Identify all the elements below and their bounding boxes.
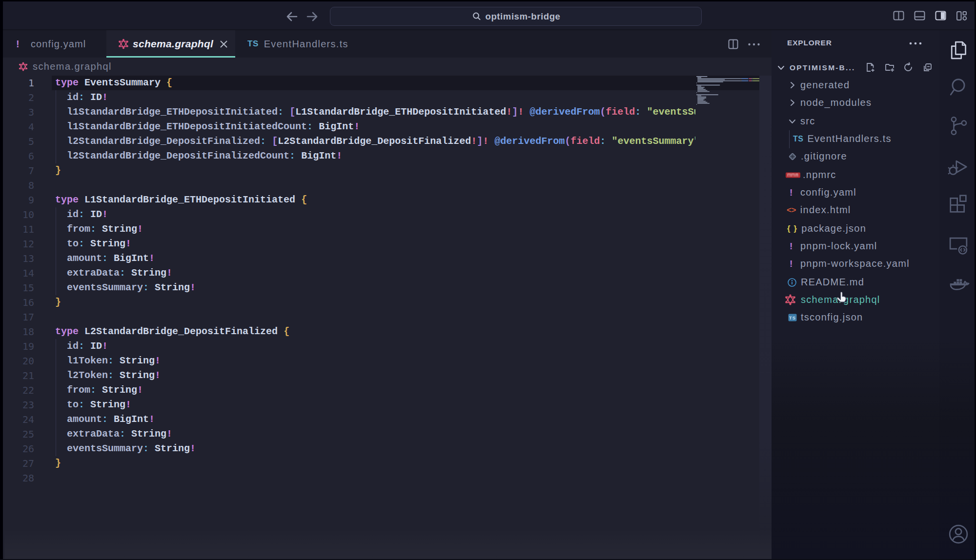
svg-text:TS: TS [789,316,796,320]
